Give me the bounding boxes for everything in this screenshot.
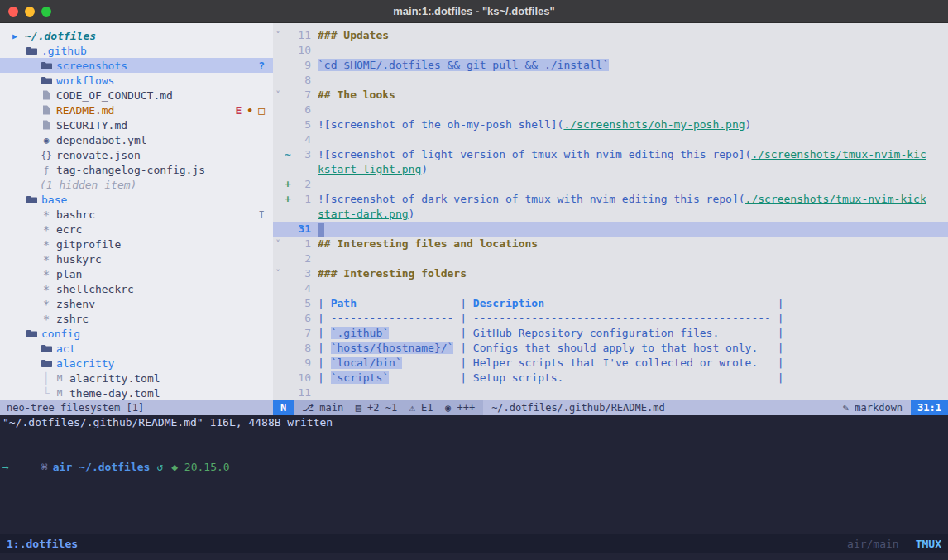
nvim-main-area: ▶~/.dotfiles.githubscreenshots?workflows… [0, 23, 948, 400]
line-text: ### Updates [318, 28, 948, 43]
line-number: 10 [293, 371, 318, 385]
text-token: Path [331, 297, 357, 309]
tree-item-label: zshrc [56, 313, 89, 325]
editor-line-18[interactable]: 4 [273, 281, 948, 296]
git-sign [283, 207, 293, 222]
git-sign [283, 103, 293, 117]
editor-line-4[interactable]: 8 [273, 73, 948, 88]
tree-item-1-hidden-item[interactable]: (1 hidden item) [0, 177, 273, 192]
editor-line-5[interactable]: ˅7## The looks [273, 88, 948, 103]
editor-line-17[interactable]: ˅3### Interesting folders [273, 266, 948, 281]
tree-item-act[interactable]: act [0, 341, 273, 356]
tree-item-code-of-conduct-md[interactable]: CODE_OF_CONDUCT.md [0, 88, 273, 103]
editor-line-23[interactable]: 9| `local/bin` | Helper scripts that I'v… [273, 356, 948, 371]
line-text [318, 251, 948, 266]
git-sign [283, 88, 293, 103]
editor-line-8[interactable]: 4 [273, 132, 948, 147]
editor-line-3[interactable]: 9`cd $HOME/.dotfiles && git pull && ./in… [273, 58, 948, 73]
tree-item-badges: E•□ [236, 104, 265, 117]
tree-item-gitprofile[interactable]: *gitprofile [0, 237, 273, 251]
line-number: 9 [293, 58, 318, 73]
editor-line-15[interactable]: ˅1## Interesting files and locations [273, 237, 948, 251]
editor-line-20[interactable]: 6| ------------------- | ---------------… [273, 311, 948, 326]
text-token: | [453, 342, 472, 354]
shell-area: "~/.dotfiles/.github/README.md" 116L, 44… [0, 415, 948, 560]
fold-marker [273, 132, 283, 147]
tree-item-security-md[interactable]: SECURITY.md [0, 117, 273, 132]
toml-icon: M [53, 373, 66, 384]
editor-line-22[interactable]: 8| `hosts/{hostname}/` | Configs that sh… [273, 341, 948, 356]
tree-item-base[interactable]: base [0, 192, 273, 207]
line-text: ## Interesting files and locations [318, 237, 948, 251]
tree-item-huskyrc[interactable]: *huskyrc [0, 251, 273, 266]
tree-item-dotfiles[interactable]: ▶~/.dotfiles [0, 28, 273, 43]
tree-item-label: plan [56, 268, 82, 280]
tree-item-screenshots[interactable]: screenshots? [0, 58, 273, 73]
fold-marker [273, 103, 283, 117]
editor-line-24[interactable]: 10| `scripts` | Setup scripts. | [273, 371, 948, 385]
line-text: kstart-light.png) [318, 162, 948, 177]
tree-item-github[interactable]: .github [0, 43, 273, 58]
editor-line-13[interactable]: start-dark.png) [273, 207, 948, 222]
tree-item-config[interactable]: config [0, 326, 273, 341]
tree-item-bashrc[interactable]: *bashrcI [0, 207, 273, 222]
line-number: 8 [293, 73, 318, 88]
line-text: | `.github` | GitHub Repository configur… [318, 326, 948, 341]
editor-line-9[interactable]: ~3![screenshot of light version of tmux … [273, 147, 948, 162]
editor-line-25[interactable]: 11 [273, 385, 948, 400]
fold-marker [273, 162, 283, 177]
prompt-arrow-icon[interactable]: → [0, 460, 948, 475]
tree-item-readme-md[interactable]: README.mdE•□ [0, 103, 273, 117]
minimize-button[interactable] [25, 7, 35, 17]
tree-item-plan[interactable]: *plan [0, 266, 273, 281]
tree-item-renovate-json[interactable]: {}renovate.json [0, 147, 273, 162]
window-title: main:1:.dotfiles - "ks~/.dotfiles" [0, 5, 948, 17]
editor-line-6[interactable]: 6 [273, 103, 948, 117]
asterisk-icon: * [40, 268, 53, 281]
git-sign [283, 222, 293, 237]
git-sign [283, 385, 293, 400]
tree-item-label: config [41, 328, 80, 340]
lualine: N ⎇ main ▤ +2 ~1 ⚠ E1 ◉ +++ ~/.dotfiles/… [273, 400, 948, 415]
tree-item-workflows[interactable]: workflows [0, 73, 273, 88]
editor-line-16[interactable]: 2 [273, 251, 948, 266]
pencil-icon: ✎ [843, 402, 849, 414]
text-token: | [318, 297, 331, 309]
editor-line-19[interactable]: 5| Path | Description | [273, 296, 948, 311]
tree-item-shellcheckrc[interactable]: *shellcheckrc [0, 281, 273, 296]
fold-marker: ˅ [273, 88, 283, 103]
line-number: 2 [293, 177, 318, 192]
editor-line-12[interactable]: +1![screenshot of dark version of tmux w… [273, 192, 948, 207]
shell-prompt: ⌘air~/.dotfiles↺◆ 20.15.0 [0, 445, 948, 460]
text-token: ### Interesting folders [318, 267, 467, 280]
asterisk-icon: * [40, 208, 53, 222]
tree-item-theme-day-toml[interactable]: └Mtheme-day.toml [0, 385, 273, 400]
tree-item-tag-changelog-config-js[interactable]: ƒtag-changelog-config.js [0, 162, 273, 177]
editor-line-11[interactable]: +2 [273, 177, 948, 192]
tree-item-alacritty[interactable]: alacritty [0, 356, 273, 371]
line-number: 1 [293, 192, 318, 207]
asterisk-icon: * [40, 253, 53, 266]
editor-line-2[interactable]: 10 [273, 43, 948, 58]
text-token: ![screenshot of light version of tmux wi… [318, 148, 751, 160]
editor-line-10[interactable]: kstart-light.png) [273, 162, 948, 177]
editor-line-14[interactable]: 31 [273, 222, 948, 237]
tree-item-ecrc[interactable]: *ecrc [0, 222, 273, 237]
editor-line-21[interactable]: 7| `.github` | GitHub Repository configu… [273, 326, 948, 341]
tree-item-zshrc[interactable]: *zshrc [0, 311, 273, 326]
close-button[interactable] [8, 7, 18, 17]
text-token: | [758, 357, 783, 369]
vim-message: "~/.dotfiles/.github/README.md" 116L, 44… [0, 415, 948, 430]
tmux-window-item[interactable]: 1:.dotfiles [7, 538, 78, 550]
tree-item-dependabot-yml[interactable]: ◉dependabot.yml [0, 132, 273, 147]
editor-line-7[interactable]: 5![screenshot of the oh-my-posh shell](.… [273, 117, 948, 132]
tree-item-zshenv[interactable]: *zshenv [0, 296, 273, 311]
tree-item-alacritty-toml[interactable]: │Malacritty.toml [0, 371, 273, 385]
line-number: 4 [293, 132, 318, 147]
asterisk-icon: * [40, 283, 53, 296]
text-token: | ------------------- | ----------------… [318, 312, 784, 324]
zoom-button[interactable] [41, 7, 51, 17]
editor-line-1[interactable]: ˅11### Updates [273, 28, 948, 43]
status-badge: I [258, 208, 265, 221]
fold-marker [273, 385, 283, 400]
